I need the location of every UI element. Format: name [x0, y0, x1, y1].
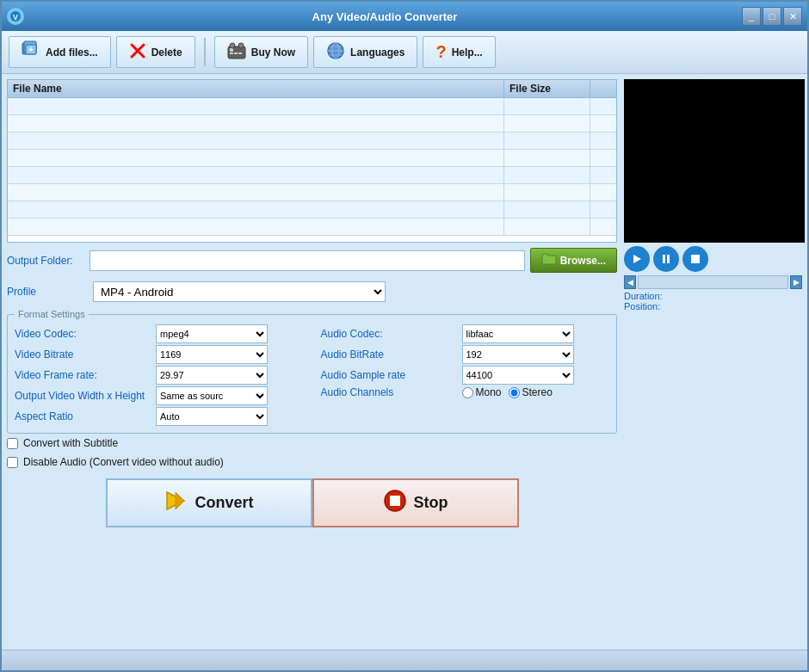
- video-framerate-select[interactable]: 29.97: [156, 366, 268, 385]
- table-row[interactable]: [8, 150, 616, 167]
- output-folder-input[interactable]: [90, 250, 525, 271]
- convert-label: Convert: [195, 494, 253, 512]
- aspect-ratio-label: Aspect Ratio: [15, 410, 152, 422]
- table-row[interactable]: [8, 133, 616, 150]
- file-rows: [8, 98, 616, 236]
- format-settings-legend: Format Settings: [15, 309, 89, 319]
- preview-panel: ◀ ▶ Duration: Position:: [622, 74, 807, 650]
- video-codec-select[interactable]: mpeg4: [156, 324, 268, 343]
- title-left: V: [7, 8, 28, 25]
- maximize-button[interactable]: □: [763, 7, 781, 26]
- stop-button[interactable]: Stop: [312, 478, 519, 527]
- col-filename: File Name: [8, 80, 504, 97]
- video-codec-row: Video Codec: mpeg4: [15, 324, 304, 343]
- svg-marker-24: [633, 255, 641, 263]
- audio-bitrate-row: Audio BitRate 192: [321, 345, 610, 364]
- table-row[interactable]: [8, 167, 616, 184]
- mono-radio[interactable]: [462, 387, 473, 398]
- left-panel: File Name File Size Output Folder:: [2, 74, 622, 650]
- delete-button[interactable]: Delete: [116, 36, 195, 68]
- video-bitrate-select[interactable]: 1169: [156, 345, 268, 364]
- toolbar: + Add files... Delete: [2, 31, 807, 74]
- output-folder-label: Output Folder:: [7, 255, 84, 267]
- profile-select[interactable]: MP4 - Android: [93, 281, 386, 302]
- disable-audio-checkbox-row: Disable Audio (Convert video without aud…: [7, 453, 617, 472]
- status-bar: [2, 650, 807, 670]
- app-logo: V: [7, 8, 24, 25]
- table-row[interactable]: [8, 201, 616, 219]
- svg-text:V: V: [13, 13, 18, 22]
- stereo-radio[interactable]: [509, 387, 520, 398]
- file-table-header: File Name File Size: [8, 80, 616, 98]
- svg-rect-11: [234, 52, 238, 54]
- svg-rect-26: [667, 255, 670, 263]
- svg-rect-12: [238, 52, 242, 54]
- help-button[interactable]: ? Help...: [423, 36, 495, 68]
- seek-track[interactable]: [638, 275, 788, 289]
- pause-button[interactable]: [653, 246, 679, 272]
- languages-label: Languages: [350, 46, 404, 59]
- add-files-button[interactable]: + Add files...: [9, 36, 111, 68]
- seek-right[interactable]: ▶: [790, 275, 802, 289]
- audio-bitrate-label: Audio BitRate: [321, 348, 459, 361]
- delete-icon: [129, 42, 146, 63]
- audio-channels-options: Mono Stereo: [462, 386, 553, 398]
- svg-rect-23: [390, 496, 400, 506]
- output-size-select[interactable]: Same as sourc: [156, 386, 268, 405]
- seek-bar: ◀ ▶: [624, 275, 802, 289]
- toolbar-separator: [204, 38, 206, 66]
- mono-text: Mono: [476, 386, 502, 398]
- mono-label[interactable]: Mono: [462, 386, 502, 398]
- browse-button[interactable]: Browse...: [530, 248, 617, 273]
- audio-codec-row: Audio Codec: libfaac: [321, 324, 610, 343]
- stereo-text: Stereo: [522, 386, 553, 398]
- file-table: File Name File Size: [7, 79, 617, 243]
- close-button[interactable]: ✕: [783, 7, 802, 26]
- audio-codec-select[interactable]: libfaac: [462, 324, 574, 343]
- aspect-ratio-select[interactable]: Auto: [156, 407, 268, 426]
- main-window: V Any Video/Audio Converter _ □ ✕ + Add …: [0, 0, 809, 672]
- video-stop-button[interactable]: [682, 246, 708, 272]
- position-label: Position:: [624, 301, 660, 311]
- table-row[interactable]: [8, 98, 616, 115]
- play-button[interactable]: [624, 246, 650, 272]
- svg-rect-27: [691, 255, 700, 263]
- seek-left[interactable]: ◀: [624, 275, 636, 289]
- svg-point-14: [238, 43, 244, 48]
- video-bitrate-row: Video Bitrate 1169: [15, 345, 304, 364]
- audio-samplerate-select[interactable]: 44100: [462, 366, 574, 385]
- profile-row: Profile MP4 - Android: [7, 278, 617, 305]
- minimize-button[interactable]: _: [742, 7, 761, 26]
- buy-now-label: Buy Now: [251, 46, 295, 59]
- add-files-label: Add files...: [46, 46, 98, 59]
- help-icon: ?: [435, 42, 446, 62]
- languages-button[interactable]: Languages: [313, 36, 417, 68]
- col-filesize: File Size: [504, 80, 590, 97]
- buy-now-button[interactable]: Buy Now: [214, 36, 308, 68]
- profile-label: Profile: [7, 286, 84, 298]
- buy-now-icon: [227, 41, 246, 63]
- video-preview: [624, 79, 805, 243]
- subtitle-label: Convert with Subtitle: [23, 437, 118, 449]
- subtitle-checkbox-row: Convert with Subtitle: [7, 434, 617, 453]
- add-files-icon: +: [22, 40, 40, 64]
- svg-marker-21: [176, 492, 184, 509]
- table-row[interactable]: [8, 184, 616, 201]
- svg-rect-9: [230, 48, 233, 52]
- table-row[interactable]: [8, 115, 616, 133]
- bottom-buttons: Convert Stop: [7, 472, 617, 534]
- duration-label: Duration:: [624, 291, 663, 301]
- main-area: File Name File Size Output Folder:: [2, 74, 807, 650]
- svg-rect-10: [230, 52, 233, 54]
- convert-button[interactable]: Convert: [106, 478, 312, 527]
- aspect-ratio-row: Aspect Ratio Auto: [15, 407, 304, 426]
- stereo-label[interactable]: Stereo: [509, 386, 553, 398]
- audio-bitrate-select[interactable]: 192: [462, 345, 574, 364]
- disable-audio-checkbox[interactable]: [7, 457, 18, 468]
- table-row[interactable]: [8, 219, 616, 236]
- help-label: Help...: [452, 46, 483, 59]
- subtitle-checkbox[interactable]: [7, 438, 18, 449]
- window-controls: _ □ ✕: [742, 7, 802, 26]
- format-grid: Video Codec: mpeg4 Video Bitrate 1169: [15, 324, 609, 428]
- convert-icon: [164, 489, 188, 517]
